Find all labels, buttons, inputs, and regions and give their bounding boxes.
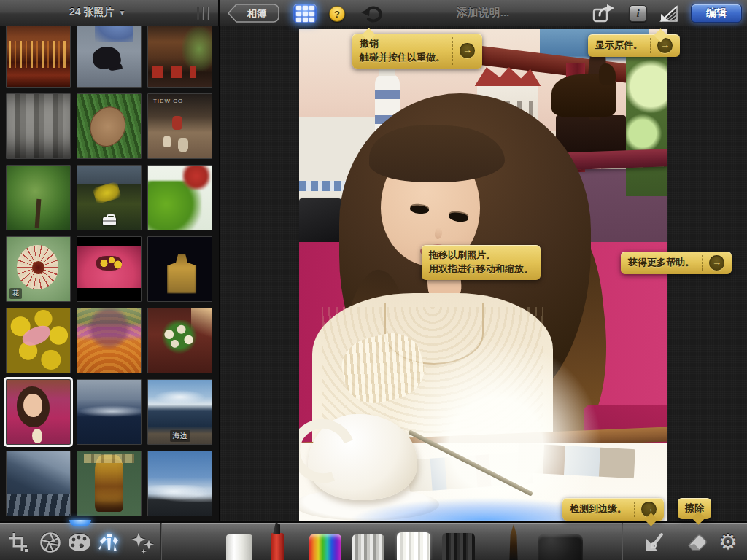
thumbnail-dark-lake[interactable] [77,379,142,445]
edited-badge-icon [103,217,116,225]
thumbnail-pink-flower[interactable] [77,236,142,302]
tooltip-erase: 擦除 [678,498,711,519]
eraser-button[interactable] [683,527,712,556]
tooltip-erase-text: 擦除 [685,502,704,516]
brushes-icon [96,531,122,554]
tooltip-more-arrow-button[interactable]: → [460,43,475,58]
effects-tool-button[interactable] [128,529,156,556]
tooltip-more-arrow-button[interactable]: → [641,502,657,517]
tooltip-undo: 撤销 触碰并按住以重做。 → [352,34,482,69]
photo-region-window-foliage [626,39,667,196]
thumbnail-samurai-armor[interactable] [77,451,142,516]
thumbnail-storefront[interactable] [147,26,212,88]
thumbnail-yellow-flowers-window[interactable] [77,165,142,230]
crop-tool-button[interactable] [4,529,32,556]
brush-settings-button[interactable]: ⚙ [713,527,743,556]
photo-region-statue-base [556,115,626,153]
tooltip-drag-line2: 用双指进行移动和缩放。 [429,262,533,276]
thumbnail-night-building[interactable] [147,236,212,302]
thumbnail-grid: 花 海边 [6,26,212,516]
flower-badge: 花 [9,288,22,299]
tooltip-show-original: 显示原件。 → [588,34,680,57]
brush-repair[interactable] [226,534,252,560]
tooltip-edge-text: 检测到边缘。 [570,502,627,516]
detect-edges-icon [644,530,669,553]
thumbnail-green-tree[interactable] [6,165,71,230]
toolbar-divider [622,523,623,560]
thumbnail-red-and-green-leaves[interactable] [147,165,212,230]
thumbnail-flower-mound[interactable] [77,308,142,373]
help-button[interactable]: ? [329,6,345,22]
tooltip-undo-body: 触碰并按住以重做。 [360,51,445,65]
tooltip-drag-brush: 拖移以刷照片。 用双指进行移动和缩放。 [422,245,541,280]
panel-indicator-notch [69,520,91,526]
thumbnail-rocky-shore[interactable] [6,451,71,516]
tooltip-divider [634,502,635,517]
thumbnail-leaf-on-grass[interactable] [77,93,142,159]
tooltip-more-help: 获得更多帮助。 → [621,252,732,274]
photo-count-label: 24 张照片 [69,6,114,18]
thumbnail-girl-portrait-selected[interactable] [6,379,71,445]
tooltip-undo-title: 撤销 [360,37,445,51]
tooltip-divider [650,38,651,53]
caption-input[interactable]: 添加说明... [394,6,572,20]
brush-red-eye[interactable] [271,533,284,560]
thumbnail-white-bouquet[interactable] [147,308,212,373]
share-icon [592,4,614,23]
thumbnail-pane-header: 24 张照片▼ [0,0,220,26]
thumbnail-seaside[interactable]: 海边 [147,379,212,445]
tooltip-show-original-text: 显示原件。 [595,39,643,52]
toolbar-divider [160,523,162,560]
thumbnail-spiky-flower[interactable]: 花 [6,236,71,302]
edit-label: 编辑 [706,7,727,20]
tooltip-more-arrow-button[interactable]: → [709,255,724,271]
undo-icon [360,4,384,24]
pane-grip-icon[interactable] [197,7,214,20]
thumbnail-yellow-chrysanthemums[interactable] [6,308,71,373]
sparkles-icon [129,531,155,554]
thumbnail-building-columns[interactable] [6,93,71,159]
tooltip-edge-detected: 检测到边缘。 → [562,498,664,521]
tooltip-drag-line1: 拖移以刷照片。 [429,249,533,262]
photo-region-dog-statue [551,74,616,117]
aperture-icon [39,532,61,553]
photo-region-bangs [369,125,505,182]
grid-view-button[interactable] [293,4,317,23]
help-label: ? [334,9,340,20]
brush-lighten[interactable] [397,532,430,560]
brush-soften[interactable] [538,534,583,560]
show-original-button[interactable] [659,4,679,23]
album-back-label: 相簿 [247,8,267,19]
tooltip-more-help-text: 获得更多帮助。 [628,256,694,270]
eraser-icon [686,532,709,552]
compare-pages-icon [659,4,679,23]
thumbnail-mannequins[interactable] [147,93,212,159]
info-button[interactable]: i [629,5,647,22]
seaside-badge: 海边 [170,430,190,442]
brushes-tool-button-selected[interactable] [95,529,123,556]
edit-button[interactable]: 编辑 [691,4,742,23]
thumbnail-bar-bottles[interactable] [6,26,71,88]
share-button[interactable] [592,4,614,23]
brush-darken[interactable] [442,533,475,560]
crop-icon [8,532,28,553]
chevron-down-icon: ▼ [118,9,125,17]
tooltip-divider [452,37,453,65]
undo-button[interactable] [360,4,384,24]
thumbnail-sky-towers[interactable] [147,451,212,516]
album-back-button[interactable]: 相簿 [226,3,280,23]
exposure-tool-button[interactable] [36,529,64,556]
tooltip-more-arrow-button[interactable]: → [657,38,673,53]
photo-count-dropdown[interactable]: 24 张照片▼ [69,6,125,19]
iphoto-app-window: 花 海边 [0,0,747,560]
top-toolbar: 24 张照片▼ 相簿 ? 添加说明... [0,0,747,26]
brush-desaturate[interactable] [352,534,384,560]
detect-edges-button[interactable] [642,527,671,556]
thumbnail-pane[interactable]: 花 海边 [0,26,220,521]
gear-icon: ⚙ [719,529,738,554]
color-tool-button[interactable] [66,529,93,556]
caption-placeholder: 添加说明... [457,6,510,18]
thumbnail-blackbird[interactable] [77,26,142,88]
brush-saturate[interactable] [309,534,341,560]
palette-icon [67,532,92,553]
